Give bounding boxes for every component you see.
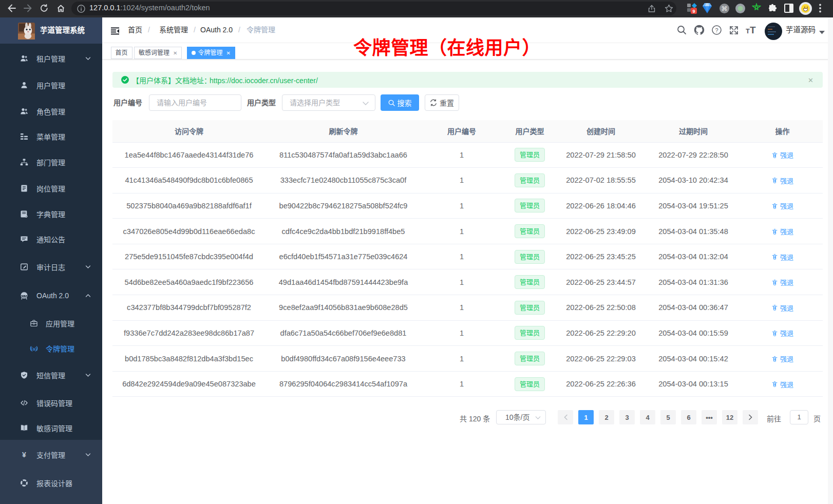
svg-text:T: T bbox=[750, 26, 756, 34]
svg-text:⌘: ⌘ bbox=[722, 5, 728, 12]
svg-text:¥: ¥ bbox=[22, 451, 26, 459]
svg-text:(a): (a) bbox=[31, 346, 37, 352]
svg-text:T: T bbox=[746, 27, 750, 34]
svg-text:?: ? bbox=[715, 27, 718, 33]
svg-text:9: 9 bbox=[692, 9, 695, 14]
